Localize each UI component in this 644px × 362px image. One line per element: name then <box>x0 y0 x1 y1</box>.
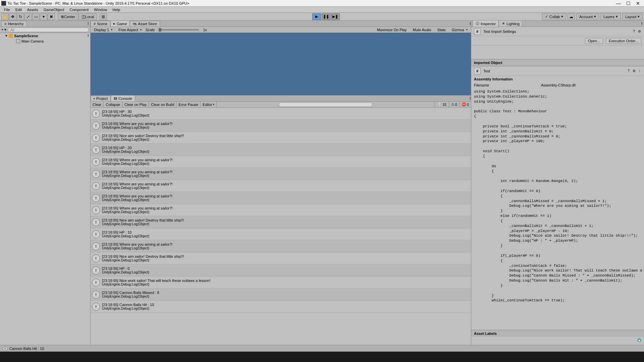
settings-icon[interactable]: ⚙ <box>637 29 641 34</box>
settings-icon[interactable]: ⚙ <box>632 69 636 73</box>
create-dropdown[interactable]: + ▾ <box>1 27 6 32</box>
clear-button[interactable]: Clear <box>91 102 104 107</box>
label-icon[interactable]: ● <box>637 338 641 342</box>
console-row[interactable]: ![23:18:55] Where are you aiming at sail… <box>91 204 471 216</box>
collab-dropdown[interactable]: ✓ Collab ▾ <box>542 13 566 20</box>
scene-options[interactable]: ⁝ <box>88 34 89 38</box>
menu-help[interactable]: Help <box>110 7 123 12</box>
space-toggle[interactable]: ◫ Local <box>78 13 97 20</box>
cloud-button[interactable]: ☁ <box>568 13 575 20</box>
project-tab[interactable]: ▪ Project <box>91 96 111 102</box>
step-button[interactable]: ▶❚ <box>331 13 340 20</box>
console-search[interactable] <box>279 102 373 107</box>
console-row[interactable]: ![23:18:55] Nice aim sailor! Destroy tha… <box>91 132 471 144</box>
console-row[interactable]: ![23:18:55] Cannon Balls Hit : 10UnityEn… <box>91 301 471 313</box>
game-tab[interactable]: ▸ Game <box>110 20 130 27</box>
console-row[interactable]: ![23:18:55] Where are you aiming at sail… <box>91 192 471 204</box>
console-row[interactable]: ![23:18:55] Cannon Balls Missed : 8Unity… <box>91 289 471 301</box>
maximize-toggle[interactable]: Maximize On Play <box>375 27 409 32</box>
inspector-options[interactable]: ⁝ <box>641 21 643 26</box>
hierarchy-search[interactable] <box>8 27 89 32</box>
status-text: Cannon Balls Hit : 10 <box>9 347 44 351</box>
log-message: [23:18:55] HP : 10 <box>102 230 149 234</box>
clear-on-build-button[interactable]: Clear on Build <box>149 102 176 107</box>
scene-tab[interactable]: # Scene <box>91 21 110 27</box>
console-row[interactable]: ![23:18:55] HP : 30UnityEngine.Debug:Log… <box>91 108 471 120</box>
console-row[interactable]: ![23:18:55] Where are you aiming at sail… <box>91 156 471 168</box>
console-row[interactable]: ![23:18:55] Nice work sailor! That will … <box>91 277 471 289</box>
console-row[interactable]: ![23:18:55] Where are you aiming at sail… <box>91 180 471 192</box>
hierarchy-options[interactable]: ⁝ <box>88 21 89 26</box>
log-message: [23:18:55] Where are you aiming at sailo… <box>102 242 172 246</box>
pivot-toggle[interactable]: ⊕ Center <box>58 13 78 20</box>
warn-count[interactable]: ⚠0 <box>449 102 459 107</box>
menu-gameobject[interactable]: GameObject <box>41 7 67 12</box>
console-row[interactable]: ![23:18:55] HP : 0UnityEngine.Debug:Log(… <box>91 264 471 277</box>
play-button[interactable]: ▶ <box>312 13 321 20</box>
account-dropdown[interactable]: Account ▾ <box>576 13 599 20</box>
editor-dropdown[interactable]: Editor <box>201 102 217 107</box>
log-icon: ! <box>92 303 100 311</box>
layers-dropdown[interactable]: Layers ▾ <box>600 13 621 20</box>
console-row[interactable]: ![23:18:55] HP : 10UnityEngine.Debug:Log… <box>91 228 471 240</box>
rect-tool[interactable]: ▭ <box>32 13 40 20</box>
maximize-button[interactable]: ☐ <box>626 1 631 6</box>
menu-window[interactable]: Window <box>91 7 110 12</box>
menu-assets[interactable]: Assets <box>24 7 41 12</box>
filename-value: Assembly-CSharp.dll <box>541 83 576 87</box>
lighting-tab[interactable]: ☀ Lighting <box>499 20 523 27</box>
console-row[interactable]: ![23:18:55] Where are you aiming at sail… <box>91 120 471 132</box>
scale-tool[interactable]: ⤢ <box>24 13 32 20</box>
layout-dropdown[interactable]: Layout ▾ <box>622 13 643 20</box>
close-button[interactable]: ✕ <box>636 1 640 6</box>
clear-on-play-button[interactable]: Clear on Play <box>122 102 149 107</box>
log-source: UnityEngine.Debug:Log(Object) <box>102 174 172 178</box>
info-count[interactable]: ❕31 <box>435 102 448 107</box>
console-tab[interactable]: ▤ Console <box>111 95 135 102</box>
console-row[interactable]: ![23:18:55] HP : 20UnityEngine.Debug:Log… <box>91 144 471 156</box>
pause-button[interactable]: ❚❚ <box>322 13 330 20</box>
more-icon[interactable]: ⁝ <box>637 69 641 73</box>
error-pause-button[interactable]: Error Pause <box>176 102 201 107</box>
console-row[interactable]: ![23:18:55] Nice aim sailor! Destroy tha… <box>91 216 471 228</box>
execution-order-button[interactable]: Execution Order... <box>606 38 641 44</box>
menu-edit[interactable]: Edit <box>13 7 24 12</box>
asset-store-tab[interactable]: 🛍 Asset Store <box>130 21 160 27</box>
stats-toggle[interactable]: Stats <box>435 27 448 32</box>
help-icon[interactable]: ? <box>627 69 631 73</box>
minimize-button[interactable]: — <box>616 1 621 6</box>
gizmos-dropdown[interactable]: Gizmos <box>450 27 470 32</box>
game-viewport[interactable] <box>91 33 471 95</box>
main-toolbar: ✋ ✥ ↻ ⤢ ▭ ✦ ✖ ⊕ Center ◫ Local ⊞ ▶ ❚❚ ▶❚… <box>0 13 644 21</box>
console-row[interactable]: ![23:18:55] Nice aim sailor! Destroy tha… <box>91 252 471 264</box>
custom-tool[interactable]: ✖ <box>48 13 55 20</box>
console-list[interactable]: ![23:18:55] HP : 30UnityEngine.Debug:Log… <box>91 108 471 345</box>
console-row[interactable]: ![23:18:55] Where are you aiming at sail… <box>91 168 471 180</box>
help-icon[interactable]: ? <box>632 29 636 34</box>
error-count[interactable]: ⛔0 <box>459 102 471 107</box>
hierarchy-scene[interactable]: ▾ SampleScene ⁝ <box>0 33 90 39</box>
asset-labels-header[interactable]: Asset Labels <box>471 330 644 337</box>
transform-tool[interactable]: ✦ <box>40 13 47 20</box>
menu-component[interactable]: Component <box>67 7 91 12</box>
open-button[interactable]: Open... <box>585 38 603 44</box>
move-tool[interactable]: ✥ <box>9 13 16 20</box>
menu-file[interactable]: File <box>1 7 13 12</box>
console-row[interactable]: ![23:18:55] Where are you aiming at sail… <box>91 240 471 252</box>
collapse-button[interactable]: Collapse <box>104 102 122 107</box>
log-source: UnityEngine.Debug:Log(Object) <box>102 138 184 141</box>
inspector-tab[interactable]: ⓘ Inspector <box>473 20 499 27</box>
hierarchy-item-main-camera[interactable]: Main Camera <box>0 39 90 44</box>
log-icon: ! <box>92 291 100 299</box>
log-message: [23:18:55] Where are you aiming at sailo… <box>102 158 172 162</box>
log-message: [23:18:55] Nice aim sailor! Destroy that… <box>102 218 184 222</box>
taskbar-area <box>0 352 644 362</box>
hand-tool[interactable]: ✋ <box>1 13 9 20</box>
aspect-dropdown[interactable]: Free Aspect <box>116 27 144 32</box>
scale-slider[interactable] <box>159 29 199 31</box>
mute-toggle[interactable]: Mute Audio <box>411 27 433 32</box>
rotate-tool[interactable]: ↻ <box>17 13 24 20</box>
display-dropdown[interactable]: Display 1 <box>92 27 114 32</box>
snap-tool[interactable]: ⊞ <box>100 13 107 20</box>
hierarchy-tab[interactable]: ≡ Hierarchy <box>1 21 27 27</box>
